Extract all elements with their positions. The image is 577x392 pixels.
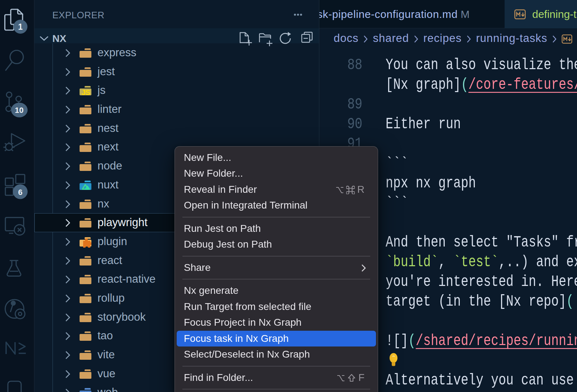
- svg-text:6: 6: [18, 188, 22, 197]
- svg-text:1: 1: [18, 22, 23, 32]
- svg-text:10: 10: [15, 106, 23, 115]
